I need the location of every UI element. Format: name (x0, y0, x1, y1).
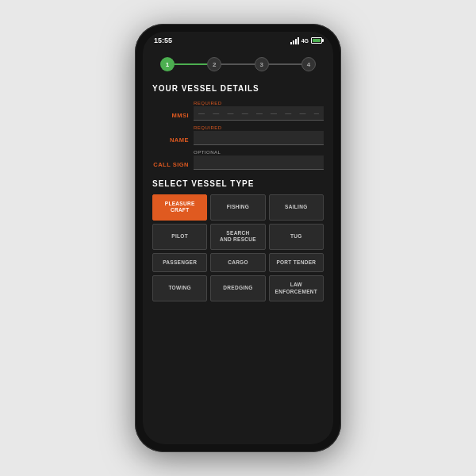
vessel-btn-towing[interactable]: TOWING (152, 275, 207, 301)
progress-steps: 1 2 3 4 (152, 54, 324, 75)
step-3[interactable]: 3 (255, 57, 269, 71)
step-4[interactable]: 4 (301, 57, 316, 71)
vessel-btn-search-rescue[interactable]: SEARCHAND RESCUE (210, 224, 265, 250)
mmsi-input[interactable] (194, 106, 324, 121)
step-connector-3 (269, 63, 301, 65)
vessel-type-title: SELECT VESSEL TYPE (152, 179, 324, 188)
signal-bars-icon (290, 37, 299, 44)
vessel-btn-port-tender[interactable]: PORT TENDER (269, 253, 324, 272)
status-bar: 15:55 4G (143, 32, 333, 48)
vessel-btn-cargo[interactable]: CARGO (210, 253, 265, 272)
callsign-input[interactable] (194, 155, 324, 170)
vessel-btn-tug[interactable]: TUG (269, 224, 324, 250)
vessel-btn-pilot[interactable]: PILOT (152, 224, 207, 250)
callsign-input-wrapper: OPTIONAL (194, 150, 324, 170)
name-label: NAME (152, 125, 194, 144)
name-field-group: NAME REQUIRED (152, 125, 324, 145)
content-area: 1 2 3 4 YOUR VESSEL DETAILS MMSI (143, 48, 333, 444)
lte-icon: 4G (301, 38, 309, 44)
step-connector-1 (175, 63, 207, 65)
vessel-btn-passenger[interactable]: PASSENGER (152, 253, 207, 272)
callsign-label: CALL SIGN (152, 150, 194, 168)
name-input[interactable] (194, 131, 324, 145)
phone-screen: 15:55 4G 1 (143, 32, 333, 444)
step-connector-2 (221, 63, 254, 65)
callsign-field-group: CALL SIGN OPTIONAL (152, 150, 324, 170)
name-input-wrapper: REQUIRED (194, 125, 324, 145)
phone-shell: 15:55 4G 1 (135, 24, 341, 452)
vessel-btn-sailing[interactable]: SAILING (269, 194, 324, 221)
vessel-btn-law-enforcement[interactable]: LAWENFORCEMENT (269, 275, 324, 301)
vessel-btn-dredging[interactable]: DREDGING (210, 275, 265, 301)
vessel-btn-fishing[interactable]: FISHING (210, 194, 265, 221)
mmsi-label: MMSI (152, 101, 194, 119)
step-2[interactable]: 2 (207, 57, 221, 71)
step-1[interactable]: 1 (160, 57, 175, 71)
battery-icon (311, 37, 322, 44)
name-required-label: REQUIRED (194, 125, 324, 130)
vessel-btn-pleasure-craft[interactable]: PLEASURECRAFT (152, 194, 207, 221)
vessel-details-title: YOUR VESSEL DETAILS (152, 84, 324, 93)
mmsi-required-label: REQUIRED (194, 101, 324, 106)
status-icons: 4G (290, 37, 322, 44)
vessel-type-grid: PLEASURECRAFT FISHING SAILING PILOT SEAR… (152, 194, 324, 301)
status-time: 15:55 (154, 36, 172, 44)
callsign-optional-label: OPTIONAL (194, 150, 324, 155)
mmsi-field-group: MMSI REQUIRED (152, 101, 324, 121)
mmsi-input-wrapper: REQUIRED (194, 101, 324, 121)
